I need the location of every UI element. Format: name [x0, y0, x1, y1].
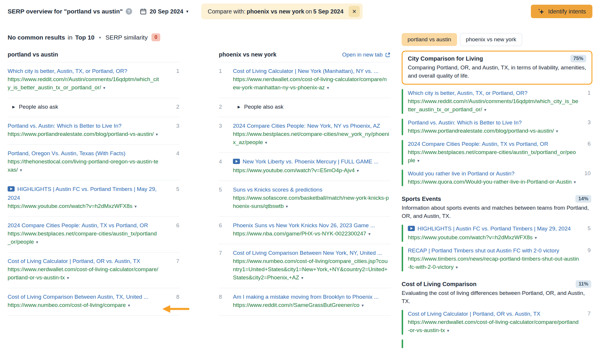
result-title-link[interactable]: Would you rather live in Portland or Aus… — [408, 170, 579, 178]
people-also-ask-row[interactable]: People also ask — [233, 103, 389, 111]
result-url-text[interactable]: https://www.nerdwallet.com/cost-of-livin… — [233, 76, 387, 90]
result-url-text[interactable]: https://www.timbers.com/news/recap-portl… — [408, 256, 579, 270]
date-picker[interactable]: 20 Sep 2024 — [140, 8, 188, 15]
result-url-text[interactable]: https://www.nerdwallet.com/cost-of-livin… — [8, 266, 158, 281]
result-position: 3 — [166, 122, 179, 139]
chevron-down-icon[interactable] — [67, 275, 69, 280]
result-title-link[interactable]: RECAP | Portland Timbers shut out Austin… — [408, 247, 579, 255]
content-area: No common results in Top 10 SERP similar… — [0, 23, 600, 348]
result-url-text[interactable]: https://www.nba.com/game/PHX-vs-NYK-0022… — [233, 230, 366, 237]
intent-section-sports-events: Sports Events 14% Information about spor… — [402, 195, 592, 271]
result-position: 2 — [166, 103, 179, 111]
result-url-text[interactable]: https://www.portlandrealestate.com/blog/… — [8, 131, 154, 137]
result-url-text[interactable]: https://www.youtube.com/watch?v=E5mO4p-A… — [233, 167, 355, 173]
chevron-down-icon[interactable] — [357, 168, 359, 173]
chevron-down-icon[interactable] — [417, 158, 420, 163]
serp-result-row: 4 New York Liberty vs. Phoenix Mercury |… — [219, 153, 391, 181]
chevron-down-icon[interactable] — [134, 204, 137, 209]
results-list: 1 Cost of Living Calculator | New York (… — [219, 62, 391, 316]
chevron-down-icon[interactable] — [556, 129, 558, 134]
people-also-ask-row[interactable]: People also ask — [8, 103, 159, 111]
result-title-link[interactable]: New York Liberty vs. Phoenix Mercury | F… — [233, 158, 389, 166]
result-url-text[interactable]: https://www.youtube.com/watch?v=h2dMxzWF… — [8, 203, 132, 209]
result-url-text[interactable]: https://www.bestplaces.net/compare-citie… — [408, 149, 576, 163]
result-url-text[interactable]: https://www.reddit.com/r/Austin/comments… — [8, 76, 159, 90]
tab-portland-vs-austin[interactable]: portland vs austin — [402, 33, 457, 46]
serp-overview-page: SERP overview for "portland vs austin" 2… — [0, 0, 600, 364]
result-url-text[interactable]: https://www.portlandrealestate.com/blog/… — [408, 128, 554, 134]
result-title-link[interactable]: 2024 Compare Cities People: Austin, TX v… — [8, 221, 159, 230]
result-title-link[interactable]: Cost of Living Calculator | New York (Ma… — [233, 67, 389, 75]
chevron-down-icon[interactable] — [447, 328, 449, 333]
chevron-down-icon[interactable] — [456, 265, 458, 270]
calendar-icon — [140, 8, 147, 15]
result-url-text[interactable]: https://www.quora.com/Would-you-rather-l… — [408, 179, 572, 185]
chevron-down-icon[interactable] — [36, 240, 38, 245]
result-title-link[interactable]: Portland vs. Austin: Which is Better to … — [408, 119, 579, 127]
result-url-text[interactable]: https://www.reddit.com/r/Austin/comments… — [408, 98, 578, 112]
chevron-down-icon[interactable] — [327, 85, 329, 90]
result-url-text[interactable]: https://www.reddit.com/r/SameGrassButGre… — [233, 302, 359, 308]
intent-result: HIGHLIGHTS | Austin FC vs. Portland Timb… — [402, 225, 592, 242]
result-url-text[interactable]: https://www.numbeo.com/cost-of-living/co… — [8, 302, 126, 308]
result-title-link[interactable]: Am I making a mistake moving from Brookl… — [233, 293, 389, 301]
chevron-down-icon[interactable] — [265, 140, 267, 145]
result-title-link[interactable]: Suns vs Knicks scores & predictions — [233, 186, 389, 194]
result-title-link[interactable]: Cost of Living Calculator | Portland, OR… — [408, 310, 579, 318]
result-body: Cost of Living Calculator | New York (Ma… — [233, 67, 391, 92]
intent-card-city-comparison[interactable]: City Comparison for Living 75% Comparing… — [402, 51, 592, 85]
intent-description: Evaluating the cost of living difference… — [402, 289, 591, 305]
result-position: 3 — [219, 122, 233, 147]
chevron-down-icon[interactable] — [156, 132, 158, 137]
result-url-text[interactable]: https://thehonestlocal.com/living-portla… — [8, 158, 158, 173]
result-title-link[interactable]: 2024 Compare Cities People: Austin, TX v… — [408, 140, 579, 148]
result-url-text[interactable]: https://www.youtube.com/watch?v=h2dMxzWF… — [408, 234, 533, 240]
identify-intents-button[interactable]: Identify intents — [531, 5, 592, 18]
result-body: HIGHLIGHTS | Austin FC vs. Portland Timb… — [8, 185, 166, 211]
serp-result-row: 5 Suns vs Knicks scores & predictions ht… — [219, 181, 391, 217]
result-url-text[interactable]: https://www.bestplaces.net/compare-citie… — [8, 230, 157, 245]
result-url-text[interactable]: https://www.sofascore.com/basketball/mat… — [233, 195, 389, 209]
result-title-link[interactable]: Phoenix Suns vs New York Knicks Nov 26, … — [233, 221, 389, 230]
result-title-link[interactable]: Which city is better, Austin, TX, or Por… — [8, 67, 159, 75]
result-title-link[interactable]: Portland vs. Austin: Which is Better to … — [8, 122, 159, 130]
chevron-down-icon[interactable] — [368, 231, 371, 236]
chevron-down-icon[interactable] — [535, 235, 537, 240]
result-title-link[interactable]: Cost of Living Comparison Between New Yo… — [233, 249, 389, 257]
serp-compare-area: No common results in Top 10 SERP similar… — [8, 23, 391, 316]
chevron-down-icon[interactable] — [286, 204, 288, 209]
result-url-text[interactable]: https://www.bestplaces.net/compare-citie… — [233, 131, 389, 145]
tab-phoenix-vs-new-york[interactable]: phoenix vs new york — [460, 33, 522, 46]
result-marker — [402, 119, 403, 135]
result-title-link[interactable]: HIGHLIGHTS | Austin FC vs. Portland Timb… — [408, 225, 579, 233]
result-title-link[interactable]: Which city is better, Austin, TX, or Por… — [408, 89, 579, 97]
orange-left-arrow — [162, 304, 190, 314]
chevron-down-icon[interactable] — [574, 180, 576, 184]
result-body: RECAP | Portland Timbers shut out Austin… — [408, 247, 579, 271]
intent-percent-badge: 75% — [570, 55, 586, 62]
intent-card-sports-events[interactable]: Sports Events 14% Information about spor… — [402, 195, 592, 220]
intent-result: Portland vs. Austin: Which is Better to … — [402, 119, 592, 135]
result-url-text[interactable]: https://www.numbeo.com/cost-of-living/co… — [233, 258, 388, 281]
chevron-down-icon[interactable] — [103, 85, 105, 90]
help-icon[interactable] — [126, 8, 132, 15]
result-marker — [402, 140, 403, 165]
result-title-link[interactable]: 2024 Compare Cities People: New York, NY… — [233, 122, 389, 130]
result-position: 6 — [587, 141, 591, 147]
result-position: 1 — [166, 67, 179, 92]
chevron-down-icon[interactable] — [362, 303, 364, 308]
chevron-down-icon[interactable] — [301, 275, 304, 280]
chevron-down-icon[interactable] — [128, 303, 130, 308]
close-icon[interactable] — [349, 6, 360, 17]
result-title-link[interactable]: Portland, Oregon Vs. Austin, Texas (With… — [8, 149, 159, 158]
title-group: SERP overview for "portland vs austin" — [8, 8, 132, 15]
intent-card-cost-of-living[interactable]: Cost of Living Comparison 11% Evaluating… — [402, 280, 592, 305]
result-title-link[interactable]: Cost of Living Comparison Between Austin… — [8, 293, 159, 301]
open-in-new-tab-link[interactable]: Open in new tab — [342, 52, 391, 58]
result-title-link[interactable]: Cost of Living Calculator | Portland, OR… — [8, 257, 159, 265]
result-title-link[interactable]: HIGHLIGHTS | Austin FC vs. Portland Timb… — [8, 185, 159, 202]
chevron-down-icon[interactable] — [484, 107, 487, 112]
serp-result-row: 5 HIGHLIGHTS | Austin FC vs. Portland Ti… — [8, 180, 179, 217]
result-url-text[interactable]: https://www.nerdwallet.com/cost-of-livin… — [408, 319, 579, 333]
chevron-down-icon[interactable] — [20, 168, 22, 172]
